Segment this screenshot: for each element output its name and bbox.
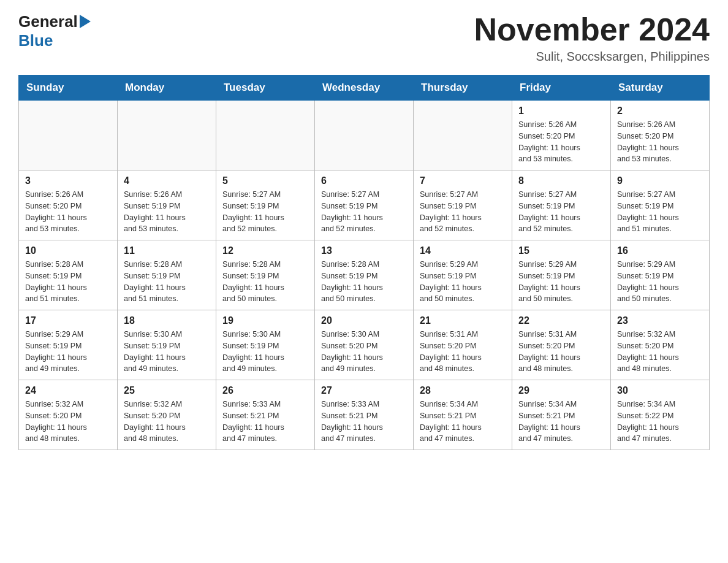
table-row: 29Sunrise: 5:34 AMSunset: 5:21 PMDayligh… [512, 380, 611, 450]
day-info: Sunrise: 5:31 AMSunset: 5:20 PMDaylight:… [518, 329, 604, 375]
table-row: 27Sunrise: 5:33 AMSunset: 5:21 PMDayligh… [315, 380, 414, 450]
table-row: 26Sunrise: 5:33 AMSunset: 5:21 PMDayligh… [216, 380, 315, 450]
table-row: 3Sunrise: 5:26 AMSunset: 5:20 PMDaylight… [19, 170, 118, 240]
logo-blue-text: Blue [18, 31, 53, 50]
table-row [118, 101, 216, 170]
col-header-monday: Monday [118, 75, 216, 101]
day-number: 3 [25, 175, 111, 186]
table-row: 12Sunrise: 5:28 AMSunset: 5:19 PMDayligh… [216, 240, 315, 310]
table-row: 2Sunrise: 5:26 AMSunset: 5:20 PMDaylight… [611, 101, 710, 170]
day-info: Sunrise: 5:28 AMSunset: 5:19 PMDaylight:… [321, 259, 407, 305]
table-row: 30Sunrise: 5:34 AMSunset: 5:22 PMDayligh… [611, 380, 710, 450]
logo-triangle-icon [80, 15, 91, 31]
day-info: Sunrise: 5:27 AMSunset: 5:19 PMDaylight:… [420, 189, 506, 235]
day-number: 12 [222, 245, 308, 256]
day-number: 19 [222, 315, 308, 326]
day-number: 9 [617, 175, 703, 186]
day-info: Sunrise: 5:31 AMSunset: 5:20 PMDaylight:… [420, 329, 506, 375]
day-number: 10 [25, 245, 111, 256]
day-number: 8 [518, 175, 604, 186]
day-number: 30 [617, 385, 703, 396]
day-number: 28 [420, 385, 506, 396]
day-number: 22 [518, 315, 604, 326]
table-row: 7Sunrise: 5:27 AMSunset: 5:19 PMDaylight… [414, 170, 512, 240]
day-number: 14 [420, 245, 506, 256]
table-row: 13Sunrise: 5:28 AMSunset: 5:19 PMDayligh… [315, 240, 414, 310]
table-row: 18Sunrise: 5:30 AMSunset: 5:19 PMDayligh… [118, 310, 216, 380]
table-row: 17Sunrise: 5:29 AMSunset: 5:19 PMDayligh… [19, 310, 118, 380]
day-info: Sunrise: 5:29 AMSunset: 5:19 PMDaylight:… [617, 259, 703, 305]
col-header-tuesday: Tuesday [216, 75, 315, 101]
day-number: 17 [25, 315, 111, 326]
table-row [414, 101, 512, 170]
col-header-wednesday: Wednesday [315, 75, 414, 101]
day-info: Sunrise: 5:27 AMSunset: 5:19 PMDaylight:… [518, 189, 604, 235]
day-info: Sunrise: 5:29 AMSunset: 5:19 PMDaylight:… [518, 259, 604, 305]
svg-marker-0 [80, 15, 91, 28]
month-year-title: November 2024 [474, 12, 710, 47]
calendar-week-row: 24Sunrise: 5:32 AMSunset: 5:20 PMDayligh… [19, 380, 710, 450]
day-number: 18 [124, 315, 210, 326]
day-info: Sunrise: 5:33 AMSunset: 5:21 PMDaylight:… [321, 399, 407, 445]
location-subtitle: Sulit, Soccsksargen, Philippines [474, 50, 710, 64]
table-row: 23Sunrise: 5:32 AMSunset: 5:20 PMDayligh… [611, 310, 710, 380]
table-row: 28Sunrise: 5:34 AMSunset: 5:21 PMDayligh… [414, 380, 512, 450]
day-info: Sunrise: 5:27 AMSunset: 5:19 PMDaylight:… [617, 189, 703, 235]
day-info: Sunrise: 5:32 AMSunset: 5:20 PMDaylight:… [617, 329, 703, 375]
day-number: 15 [518, 245, 604, 256]
table-row [19, 101, 118, 170]
col-header-sunday: Sunday [19, 75, 118, 101]
table-row [315, 101, 414, 170]
day-number: 4 [124, 175, 210, 186]
table-row: 1Sunrise: 5:26 AMSunset: 5:20 PMDaylight… [512, 101, 611, 170]
table-row: 24Sunrise: 5:32 AMSunset: 5:20 PMDayligh… [19, 380, 118, 450]
table-row: 11Sunrise: 5:28 AMSunset: 5:19 PMDayligh… [118, 240, 216, 310]
day-info: Sunrise: 5:30 AMSunset: 5:20 PMDaylight:… [321, 329, 407, 375]
col-header-thursday: Thursday [414, 75, 512, 101]
day-number: 11 [124, 245, 210, 256]
day-info: Sunrise: 5:30 AMSunset: 5:19 PMDaylight:… [222, 329, 308, 375]
day-info: Sunrise: 5:30 AMSunset: 5:19 PMDaylight:… [124, 329, 210, 375]
logo: General Blue [18, 12, 91, 50]
day-info: Sunrise: 5:27 AMSunset: 5:19 PMDaylight:… [222, 189, 308, 235]
day-info: Sunrise: 5:26 AMSunset: 5:19 PMDaylight:… [124, 189, 210, 235]
title-block: November 2024 Sulit, Soccsksargen, Phili… [474, 12, 710, 64]
day-info: Sunrise: 5:26 AMSunset: 5:20 PMDaylight:… [617, 119, 703, 165]
logo-general-text: General [18, 12, 78, 31]
day-info: Sunrise: 5:33 AMSunset: 5:21 PMDaylight:… [222, 399, 308, 445]
table-row: 19Sunrise: 5:30 AMSunset: 5:19 PMDayligh… [216, 310, 315, 380]
day-number: 5 [222, 175, 308, 186]
day-number: 2 [617, 105, 703, 117]
day-info: Sunrise: 5:32 AMSunset: 5:20 PMDaylight:… [124, 399, 210, 445]
col-header-saturday: Saturday [611, 75, 710, 101]
day-number: 21 [420, 315, 506, 326]
table-row: 16Sunrise: 5:29 AMSunset: 5:19 PMDayligh… [611, 240, 710, 310]
day-number: 16 [617, 245, 703, 256]
day-number: 25 [124, 385, 210, 396]
day-info: Sunrise: 5:28 AMSunset: 5:19 PMDaylight:… [124, 259, 210, 305]
calendar-week-row: 10Sunrise: 5:28 AMSunset: 5:19 PMDayligh… [19, 240, 710, 310]
table-row: 22Sunrise: 5:31 AMSunset: 5:20 PMDayligh… [512, 310, 611, 380]
day-info: Sunrise: 5:29 AMSunset: 5:19 PMDaylight:… [25, 329, 111, 375]
day-number: 20 [321, 315, 407, 326]
day-info: Sunrise: 5:27 AMSunset: 5:19 PMDaylight:… [321, 189, 407, 235]
day-number: 26 [222, 385, 308, 396]
col-header-friday: Friday [512, 75, 611, 101]
day-info: Sunrise: 5:34 AMSunset: 5:22 PMDaylight:… [617, 399, 703, 445]
table-row: 6Sunrise: 5:27 AMSunset: 5:19 PMDaylight… [315, 170, 414, 240]
calendar-table: Sunday Monday Tuesday Wednesday Thursday… [18, 75, 710, 450]
day-number: 1 [518, 105, 604, 117]
table-row: 15Sunrise: 5:29 AMSunset: 5:19 PMDayligh… [512, 240, 611, 310]
table-row [216, 101, 315, 170]
calendar-week-row: 17Sunrise: 5:29 AMSunset: 5:19 PMDayligh… [19, 310, 710, 380]
day-info: Sunrise: 5:26 AMSunset: 5:20 PMDaylight:… [518, 119, 604, 165]
day-info: Sunrise: 5:28 AMSunset: 5:19 PMDaylight:… [25, 259, 111, 305]
table-row: 9Sunrise: 5:27 AMSunset: 5:19 PMDaylight… [611, 170, 710, 240]
calendar-header-row: Sunday Monday Tuesday Wednesday Thursday… [19, 75, 710, 101]
table-row: 21Sunrise: 5:31 AMSunset: 5:20 PMDayligh… [414, 310, 512, 380]
table-row: 20Sunrise: 5:30 AMSunset: 5:20 PMDayligh… [315, 310, 414, 380]
day-number: 23 [617, 315, 703, 326]
calendar-week-row: 1Sunrise: 5:26 AMSunset: 5:20 PMDaylight… [19, 101, 710, 170]
day-number: 13 [321, 245, 407, 256]
day-number: 29 [518, 385, 604, 396]
